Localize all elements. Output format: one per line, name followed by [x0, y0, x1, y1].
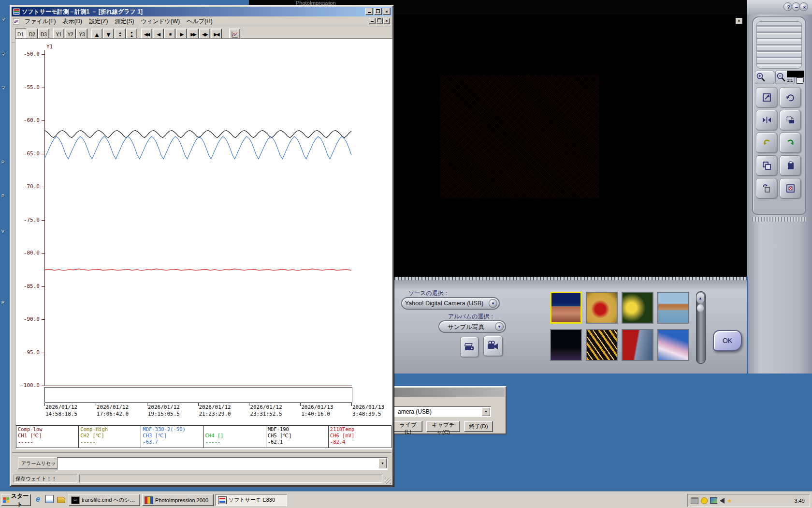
menu-設定(Z)[interactable]: 設定(Z)	[86, 16, 111, 27]
zoom-in-button[interactable]	[755, 71, 774, 84]
chevron-down-icon[interactable]: ▼	[482, 407, 490, 416]
cascade-icon[interactable]	[797, 77, 803, 84]
delete-button[interactable]	[756, 178, 777, 198]
clock[interactable]: 3:49	[795, 498, 805, 504]
thumbnail-cardinal-bird[interactable]	[586, 292, 618, 324]
album-select-value: サンプル写真	[439, 323, 493, 331]
photoimpression-icon	[145, 496, 153, 504]
mdi-minimize-button[interactable]	[369, 18, 376, 24]
album-select-dropdown[interactable]: サンプル写真 ▼	[438, 320, 506, 333]
resize-grip[interactable]	[385, 478, 391, 484]
chevron-down-icon[interactable]: ▼	[378, 458, 387, 468]
drag-handle[interactable]	[756, 21, 802, 69]
chevron-down-icon[interactable]: ▼	[495, 322, 504, 331]
start-button[interactable]: スタート	[1, 494, 31, 506]
menu-測定(S)[interactable]: 測定(S)	[111, 16, 137, 27]
legend-cell: CH4 []-----	[204, 426, 266, 448]
window-titlebar[interactable]: ソフトサーモ計測－計測1 － [折れ線グラフ 1] ×	[12, 7, 392, 16]
task-cmd[interactable]: C:\transfile.cmd へのショート...	[69, 494, 140, 506]
minimize-button[interactable]: −	[792, 2, 800, 11]
flip-horizontal-icon	[761, 115, 772, 125]
source-select-label: ソースの選択：	[408, 289, 450, 298]
rotate-button[interactable]	[780, 87, 801, 107]
volume-icon[interactable]	[720, 498, 725, 504]
resize-button[interactable]	[756, 87, 777, 107]
dialog-button-2[interactable]: 終了(D)	[464, 421, 493, 432]
alarm-combo[interactable]: ▼	[57, 457, 388, 470]
paste-button[interactable]	[780, 155, 801, 176]
desktop-icon-fragment: P	[1, 194, 4, 198]
printer-icon[interactable]	[691, 497, 698, 504]
ok-button[interactable]: OK	[713, 330, 742, 351]
undo-icon	[761, 137, 772, 148]
y-tick-label: -95.0	[15, 349, 40, 356]
menu-ウィンドウ(W)[interactable]: ウィンドウ(W)	[137, 16, 183, 27]
thumbnail-harbor-town[interactable]	[657, 292, 689, 324]
window-title: ソフトサーモ計測－計測1 － [折れ線グラフ 1]	[22, 8, 143, 16]
folder-icon[interactable]	[57, 497, 65, 503]
separator	[12, 452, 392, 454]
x-tick-label: 2026/01/12 23:31:52.5	[250, 404, 282, 418]
favorite-icon[interactable]: ★	[727, 498, 732, 504]
ie-icon[interactable]: e	[34, 495, 42, 503]
thumbnail-clouds-sky[interactable]	[657, 329, 689, 361]
menu-bar: ファイル(F)表示(D)設定(Z)測定(S)ウィンドウ(W)ヘルプ(H) ×	[12, 17, 392, 27]
legend-cell: MDF-190CH5 [℃]-62.1	[266, 426, 329, 448]
clouds-sky-image	[658, 330, 688, 360]
y-tick-label: -85.0	[15, 283, 40, 289]
thumbnail-rock-spires[interactable]	[550, 292, 582, 324]
gold-light-trails-image	[587, 330, 617, 360]
window-restore-button[interactable]	[374, 8, 382, 15]
close-frame-button[interactable]	[780, 178, 801, 198]
flip-horizontal-button[interactable]	[756, 110, 777, 130]
task-photoimpression[interactable]: PhotoImpression 2000	[142, 494, 214, 506]
album-select-label: アルバムの選択：	[448, 313, 495, 321]
camera-combo-value: amera (USB)	[398, 408, 432, 415]
zoom-ratio-label[interactable]: 1:1	[787, 78, 793, 83]
chevron-down-icon[interactable]: ▼	[489, 299, 497, 308]
x-tick-label: 2026/01/12 19:15:05.5	[148, 404, 180, 418]
mdi-restore-button[interactable]	[376, 18, 383, 24]
y-tick-label: -55.0	[15, 84, 40, 90]
source-select-dropdown[interactable]: Yahoo! Digital Camera (USB) ▼	[401, 297, 500, 310]
zoom-value-display	[787, 71, 804, 77]
preview-noise	[440, 75, 599, 198]
copy-icon	[761, 160, 772, 171]
zoom-out-icon	[776, 72, 786, 83]
source-select-value: Yahoo! Digital Camera (USB)	[402, 300, 486, 307]
task-softthermo[interactable]: ソフトサーモ E830	[216, 494, 287, 506]
close-button[interactable]: ×	[799, 2, 808, 11]
thumbnail-scrollbar[interactable]: ▲	[696, 291, 706, 364]
thumbnail-gold-light-trails[interactable]	[586, 329, 618, 361]
scroll-up-arrow[interactable]: ▲	[696, 293, 704, 303]
menu-ヘルプ(H)[interactable]: ヘルプ(H)	[183, 16, 216, 27]
alert-icon[interactable]	[701, 497, 708, 504]
thumbnail-night-city[interactable]	[550, 329, 582, 361]
redo-button[interactable]	[780, 133, 801, 153]
dialog-button-1[interactable]: キャプチャ(C)	[426, 421, 460, 432]
window-close-button[interactable]: ×	[383, 8, 391, 15]
thumbnail-yellow-flowers[interactable]	[622, 292, 653, 324]
scanner-button[interactable]	[460, 337, 478, 357]
window-minimize-button[interactable]	[365, 8, 373, 15]
preview-close-button[interactable]: ×	[735, 17, 743, 25]
night-city-image	[551, 330, 581, 360]
display-icon[interactable]	[710, 497, 717, 504]
cmd-icon: C:\	[71, 496, 80, 504]
copy-button[interactable]	[756, 155, 777, 176]
camera-combo[interactable]: amera (USB) ▼	[377, 406, 491, 417]
help-button[interactable]: ?	[783, 2, 792, 11]
crop-button[interactable]	[780, 110, 801, 130]
resize-icon	[761, 92, 772, 103]
menu-表示(D)[interactable]: 表示(D)	[59, 16, 86, 27]
scrollbar-thumb[interactable]	[697, 304, 704, 312]
mdi-close-button[interactable]: ×	[383, 18, 390, 24]
close-frame-icon	[785, 183, 796, 194]
thumbnail-red-lighthouse[interactable]	[622, 329, 653, 361]
menu-ファイル(F)[interactable]: ファイル(F)	[21, 16, 59, 27]
document-icon[interactable]	[45, 495, 54, 503]
undo-button[interactable]	[756, 133, 777, 153]
dialog-button-0[interactable]: ライブ(L)	[393, 421, 422, 432]
camera-button[interactable]	[483, 336, 503, 356]
y-tick-label: -100.0	[15, 382, 40, 388]
